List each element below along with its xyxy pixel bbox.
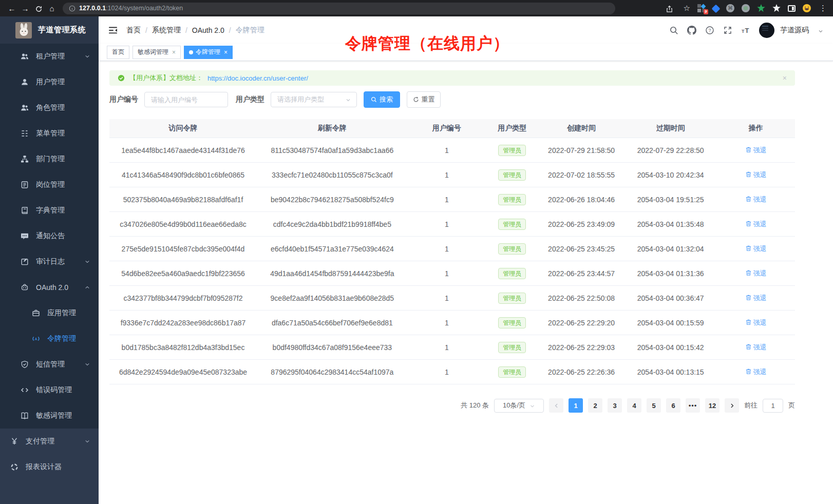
sidebar-item-label: 岗位管理 xyxy=(36,180,65,189)
sidebar-item-role[interactable]: 角色管理 xyxy=(0,95,99,121)
sidebar-item-tenant[interactable]: 租户管理 xyxy=(0,44,99,69)
dept-icon xyxy=(21,155,29,163)
sidebar-item-sensitive[interactable]: 敏感词管理 xyxy=(0,403,99,429)
sidebar-item-user[interactable]: 用户管理 xyxy=(0,69,99,95)
page-number-button[interactable]: 12 xyxy=(705,398,720,413)
page-tab[interactable]: 敏感词管理× xyxy=(132,46,181,59)
extension-gem-icon[interactable] xyxy=(712,5,721,13)
sidebar-item-audit[interactable]: 审计日志 xyxy=(0,249,99,275)
sidebar-item-errcode[interactable]: 错误码管理 xyxy=(0,377,99,403)
force-logout-button[interactable]: 强退 xyxy=(745,269,767,278)
force-logout-button[interactable]: 强退 xyxy=(745,343,767,352)
back-icon[interactable]: ← xyxy=(5,4,18,13)
page-tab[interactable]: 首页 xyxy=(107,46,129,59)
browser-menu-icon[interactable]: ⋮ xyxy=(818,4,828,13)
extension-white-star-icon[interactable] xyxy=(772,4,781,12)
home-icon[interactable]: ⌂ xyxy=(45,4,59,13)
alert-close-icon[interactable]: × xyxy=(783,74,787,82)
reset-button[interactable]: 重置 xyxy=(407,91,441,108)
user-caret-icon[interactable] xyxy=(818,27,824,33)
created-time-cell: 2022-06-25 22:26:36 xyxy=(539,368,624,376)
force-logout-button[interactable]: 强退 xyxy=(745,195,767,204)
force-logout-button[interactable]: 强退 xyxy=(745,367,767,377)
access-token-cell: b0d1785bc3a8482f812db4a3f3bd15ec xyxy=(109,343,257,352)
help-icon[interactable]: ? xyxy=(705,26,714,35)
table-header-row: 访问令牌刷新令牌用户编号用户类型创建时间过期时间操作 xyxy=(109,119,795,138)
fullscreen-icon[interactable] xyxy=(723,26,732,35)
sidebar-item-label: 部门管理 xyxy=(36,154,65,164)
share-icon[interactable] xyxy=(663,4,676,13)
profile-emoji-icon[interactable] xyxy=(803,4,811,12)
sidebar-item-dict[interactable]: 字典管理 xyxy=(0,198,99,223)
sidebar-item-oauth[interactable]: OAuth 2.0 xyxy=(0,275,99,300)
username[interactable]: 芋道源码 xyxy=(780,26,809,35)
extension-grid-icon[interactable]: 9 xyxy=(697,4,706,12)
trash-icon xyxy=(745,171,752,179)
token-table: 访问令牌刷新令牌用户编号用户类型创建时间过期时间操作1ea5e44f8bc146… xyxy=(109,119,795,384)
extension-command-icon[interactable]: ⌘ xyxy=(726,4,734,12)
breadcrumb-item[interactable]: 首页 xyxy=(126,26,141,35)
expire-time-cell: 2054-03-04 00:13:15 xyxy=(624,368,717,376)
forward-icon[interactable]: → xyxy=(18,4,32,13)
sidebar-item-pay[interactable]: 支付管理 xyxy=(0,429,99,454)
bookmark-star-icon[interactable]: ☆ xyxy=(684,4,690,13)
prev-page-button[interactable] xyxy=(549,398,563,413)
address-bar[interactable]: 127.0.0.1:1024/system/oauth2/token xyxy=(63,3,615,14)
force-logout-button[interactable]: 强退 xyxy=(745,170,767,180)
sidebar-item-menu[interactable]: 菜单管理 xyxy=(0,121,99,146)
close-tab-icon[interactable]: × xyxy=(172,49,176,56)
user-type-badge: 管理员 xyxy=(498,194,526,205)
created-time-cell: 2022-07-29 21:58:50 xyxy=(539,146,624,154)
force-logout-button[interactable]: 强退 xyxy=(745,294,767,303)
sidebar-item-sms[interactable]: 短信管理 xyxy=(0,352,99,377)
sidebar-item-report[interactable]: 报表设计器 xyxy=(0,454,99,480)
page-number-button[interactable]: 1 xyxy=(569,398,583,413)
page-number-button[interactable]: 4 xyxy=(627,398,641,413)
close-tab-icon[interactable]: × xyxy=(224,49,228,56)
force-logout-button[interactable]: 强退 xyxy=(745,244,767,254)
search-icon[interactable] xyxy=(669,26,678,35)
page-number-button[interactable]: 5 xyxy=(647,398,661,413)
extension-green-star-icon[interactable] xyxy=(757,4,765,12)
force-logout-button[interactable]: 强退 xyxy=(745,318,767,327)
page-size-select[interactable]: 10条/页 xyxy=(494,399,544,413)
extension-record-icon[interactable] xyxy=(742,4,750,12)
force-logout-button[interactable]: 强退 xyxy=(745,220,767,229)
sidebar-item-post[interactable]: 岗位管理 xyxy=(0,172,99,198)
reload-icon[interactable] xyxy=(32,4,45,13)
menu-icon xyxy=(21,129,29,138)
page-tab[interactable]: 令牌管理× xyxy=(184,46,233,59)
avatar[interactable] xyxy=(759,23,774,38)
refresh-token-cell: b0df4980ffd34c67a08f9156e4eee733 xyxy=(257,343,408,352)
goto-page-input[interactable] xyxy=(763,399,783,413)
search-button[interactable]: 搜索 xyxy=(364,91,400,108)
sidebar-item-dept[interactable]: 部门管理 xyxy=(0,146,99,172)
expire-time-cell: 2054-03-04 19:51:25 xyxy=(624,196,717,204)
sidebar-item-app[interactable]: 应用管理 xyxy=(0,300,99,326)
page-number-button[interactable]: 2 xyxy=(588,398,602,413)
breadcrumb-item[interactable]: 系统管理 xyxy=(152,26,181,35)
refresh-token-cell: 333ecfc71e02480cb11055c875c3ca0f xyxy=(257,171,408,179)
hamburger-icon[interactable] xyxy=(108,25,118,35)
user-type-cell: 管理员 xyxy=(486,366,539,378)
side-panel-icon[interactable] xyxy=(788,5,796,12)
column-header: 用户类型 xyxy=(486,124,539,133)
page-number-button[interactable]: 6 xyxy=(666,398,680,413)
user-id-input[interactable] xyxy=(144,92,228,107)
app-logo[interactable]: 芋道管理系统 xyxy=(0,16,99,44)
trash-icon xyxy=(745,294,752,302)
sidebar-item-notice[interactable]: 通知公告 xyxy=(0,223,99,249)
action-cell: 强退 xyxy=(717,195,795,204)
next-page-button[interactable] xyxy=(725,398,739,413)
breadcrumb-item[interactable]: OAuth 2.0 xyxy=(192,26,224,34)
tab-label: 首页 xyxy=(112,48,124,56)
force-logout-button[interactable]: 强退 xyxy=(745,146,767,155)
sidebar-item-token[interactable]: A令牌管理 xyxy=(0,326,99,352)
github-icon[interactable] xyxy=(687,26,696,35)
page-number-button[interactable]: 3 xyxy=(608,398,622,413)
page-size-label: 10条/页 xyxy=(503,401,525,410)
user-type-select[interactable]: 请选择用户类型 xyxy=(271,92,357,107)
font-size-icon[interactable]: TT xyxy=(741,26,750,35)
user-id-cell: 1 xyxy=(408,294,486,302)
doc-link[interactable]: https://doc.iocoder.cn/user-center/ xyxy=(207,74,308,82)
